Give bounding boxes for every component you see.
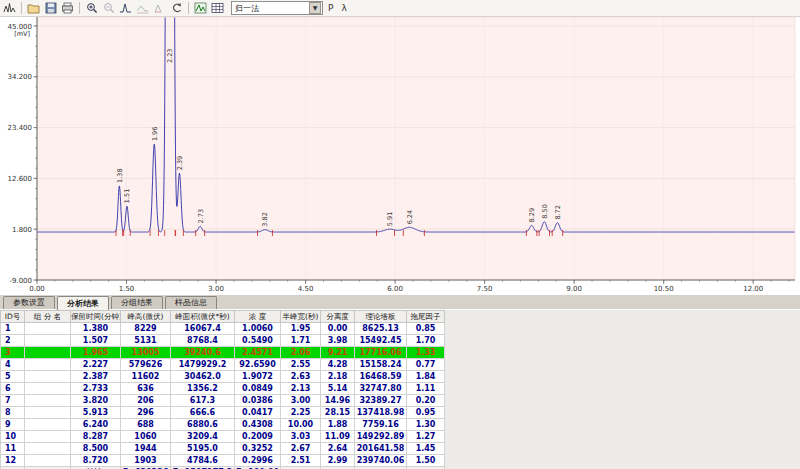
tab-sample-info[interactable]: 样品信息: [165, 296, 217, 309]
cell-half_width: 3.00: [281, 395, 321, 407]
cell-area: 30462.0: [171, 371, 235, 383]
col-header-name[interactable]: 组 分 名: [25, 311, 71, 323]
results-table-region: ID号组 分 名保留时间(分钟)峰高(微伏)峰面积(微伏*秒)浓 度半峰宽(秒)…: [0, 310, 800, 469]
col-header-height[interactable]: 峰高(微伏): [121, 311, 171, 323]
table-row[interactable]: 108.28710603209.40.20093.0311.09149292.8…: [1, 431, 445, 443]
cell-conc: 0.0417: [235, 407, 281, 419]
peak-label: 6.24: [406, 210, 414, 224]
cell-half_width: 1.95: [281, 323, 321, 335]
cell-rt: 3.820: [71, 395, 121, 407]
cell-plates: 7759.16: [355, 419, 407, 431]
open-file-icon[interactable]: [26, 1, 41, 15]
tab-group-results[interactable]: 分组结果: [111, 296, 163, 309]
tab-bar: 参数设置 分析结果 分组结果 样品信息: [0, 295, 800, 310]
cell-height: 13005: [121, 347, 171, 359]
table-row[interactable]: 128.72019034784.60.29962.512.99239740.06…: [1, 455, 445, 467]
cell-height: 579626: [121, 359, 171, 371]
method-dropdown-value: 归一法: [235, 3, 259, 14]
cell-tailing: 0.85: [407, 323, 445, 335]
cell-resolution: 2.99: [321, 455, 355, 467]
cell-tailing: 1.33: [407, 347, 445, 359]
cell-half_width: 2.06: [281, 347, 321, 359]
toolbar-separator: [188, 2, 189, 14]
tab-analysis-results[interactable]: 分析结果: [57, 296, 109, 310]
cell-name: [25, 455, 71, 467]
p-button[interactable]: P: [325, 2, 336, 15]
x-tick-label: 10.50: [654, 285, 674, 293]
cell-name: [25, 419, 71, 431]
cell-tailing: 1.30: [407, 419, 445, 431]
table-row[interactable]: 52.3871160230462.01.90722.632.1816468.59…: [1, 371, 445, 383]
cell-plates: 15158.24: [355, 359, 407, 371]
table-row[interactable]: 96.2406886880.60.430810.001.887759.161.3…: [1, 419, 445, 431]
chromatogram-chart[interactable]: 1.381.511.962.232.392.733.825.916.248.29…: [0, 17, 800, 295]
table-row[interactable]: 62.7336361356.20.08492.135.1432747.801.1…: [1, 383, 445, 395]
tab-parameter-settings[interactable]: 参数设置: [3, 296, 55, 309]
report-table-icon[interactable]: [210, 1, 225, 15]
chevron-down-icon[interactable]: ▼: [309, 2, 321, 14]
cell-height: 636: [121, 383, 171, 395]
method-dropdown[interactable]: 归一法 ▼: [231, 1, 323, 15]
table-row[interactable]: 85.913296666.60.04172.2528.15137418.980.…: [1, 407, 445, 419]
col-header-conc[interactable]: 浓 度: [235, 311, 281, 323]
toolbar: 归一法 ▼ P λ: [0, 0, 800, 17]
cell-tailing: 1.70: [407, 335, 445, 347]
undo-icon[interactable]: [169, 1, 184, 15]
lambda-button[interactable]: λ: [338, 2, 349, 15]
cell-half_width: 2.51: [281, 455, 321, 467]
peak-label: 3.82: [261, 212, 269, 226]
cell-conc: 0.2009: [235, 431, 281, 443]
cell-area: 5195.0: [171, 443, 235, 455]
waveform-logo-icon[interactable]: [2, 1, 17, 15]
col-header-plates[interactable]: 理论塔板: [355, 311, 407, 323]
x-tick-label: 9.00: [566, 285, 582, 293]
table-row[interactable]: 21.50751318768.40.54901.713.9815492.451.…: [1, 335, 445, 347]
x-tick-label: 12.00: [743, 285, 763, 293]
cell-name: [25, 443, 71, 455]
cell-conc: 0.0386: [235, 395, 281, 407]
cell-height: 688: [121, 419, 171, 431]
table-row[interactable]: 73.820206617.30.03863.0014.9632389.270.2…: [1, 395, 445, 407]
cell-name: [25, 335, 71, 347]
y-axis-unit-label: [mV]: [14, 30, 30, 38]
cell-area: 1479929.2: [171, 359, 235, 371]
x-tick-label: 3.00: [208, 285, 224, 293]
cell-rt: 1.965: [71, 347, 121, 359]
cell-resolution: 11.09: [321, 431, 355, 443]
cell-area: 39240.6: [171, 347, 235, 359]
x-tick-label: 4.50: [298, 285, 314, 293]
peak-label: 2.23: [166, 49, 174, 63]
cell-conc: 0.2996: [235, 455, 281, 467]
cell-half_width: 3.03: [281, 431, 321, 443]
col-header-resolution[interactable]: 分离度: [321, 311, 355, 323]
col-header-rt[interactable]: 保留时间(分钟): [71, 311, 121, 323]
print-icon[interactable]: [60, 1, 75, 15]
cell-id: 9: [1, 419, 25, 431]
cell-conc: 0.5490: [235, 335, 281, 347]
cell-rt: 2.387: [71, 371, 121, 383]
cell-plates: 17716.06: [355, 347, 407, 359]
cell-tailing: 0.95: [407, 407, 445, 419]
zoom-in-icon[interactable]: [84, 1, 99, 15]
col-header-half_width[interactable]: 半峰宽(秒): [281, 311, 321, 323]
chromatogram-panel: 1.381.511.962.232.392.733.825.916.248.29…: [0, 17, 800, 295]
save-icon[interactable]: [43, 1, 58, 15]
cell-resolution: 5.14: [321, 383, 355, 395]
zoom-out-icon: [101, 1, 116, 15]
table-row[interactable]: 31.9651300539240.62.45712.069.2117716.06…: [1, 347, 445, 359]
cell-id: 6: [1, 383, 25, 395]
toolbar-separator: [21, 2, 22, 14]
cell-tailing: 0.20: [407, 395, 445, 407]
cell-plates: 137418.98: [355, 407, 407, 419]
table-row[interactable]: 118.50019445195.00.32522.672.64201641.58…: [1, 443, 445, 455]
cell-plates: 201641.58: [355, 443, 407, 455]
cell-height: 296: [121, 407, 171, 419]
col-header-area[interactable]: 峰面积(微伏*秒): [171, 311, 235, 323]
peak-label: 8.72: [554, 205, 562, 219]
peak-search-icon[interactable]: [118, 1, 133, 15]
table-row[interactable]: 42.2275796261479929.292.65902.554.281515…: [1, 359, 445, 371]
col-header-tailing[interactable]: 拖尾因子: [407, 311, 445, 323]
table-row[interactable]: 11.380822916067.41.00601.950.008625.130.…: [1, 323, 445, 335]
col-header-id[interactable]: ID号: [1, 311, 25, 323]
chromatogram-view-icon[interactable]: [193, 1, 208, 15]
